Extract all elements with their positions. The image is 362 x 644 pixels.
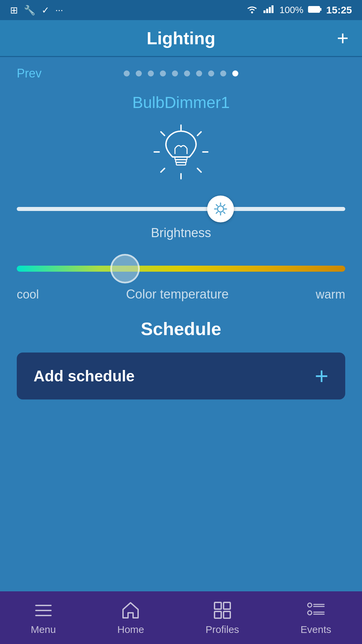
svg-line-12: [197, 168, 201, 172]
schedule-section-title: Schedule: [17, 318, 345, 339]
brightness-track[interactable]: [17, 207, 345, 211]
status-bar: ⊞ 🔧 ✓ ··· 100%: [0, 0, 362, 20]
svg-rect-4: [272, 5, 274, 13]
warm-label: warm: [316, 287, 345, 302]
brightness-section: Brightness: [17, 196, 345, 240]
svg-point-37: [308, 611, 312, 615]
brightness-label: Brightness: [17, 226, 345, 240]
nav-item-home[interactable]: Home: [117, 600, 144, 635]
pagination-row: Prev: [17, 57, 345, 80]
page-title: Lighting: [146, 28, 215, 48]
profiles-label: Profiles: [205, 624, 239, 635]
gallery-icon: ⊞: [10, 5, 18, 16]
svg-rect-32: [215, 611, 221, 618]
home-label: Home: [117, 624, 144, 635]
signal-icon: [263, 4, 275, 16]
events-icon: [306, 600, 326, 621]
svg-line-11: [161, 132, 165, 136]
svg-line-24: [223, 212, 225, 213]
device-name: BulbDimmer1: [17, 93, 345, 112]
bulb-icon-container: [17, 122, 345, 182]
battery-text: 100%: [280, 5, 304, 15]
check-icon: ✓: [42, 5, 49, 16]
svg-line-26: [216, 212, 218, 213]
dot-4[interactable]: [172, 70, 178, 76]
color-temp-slider-wrap[interactable]: [17, 254, 345, 284]
svg-rect-6: [320, 8, 321, 11]
brightness-slider-wrap[interactable]: [17, 196, 345, 222]
dot-7[interactable]: [208, 70, 214, 76]
sun-icon: [213, 202, 228, 216]
dot-8[interactable]: [220, 70, 226, 76]
color-thumb[interactable]: [110, 254, 140, 283]
svg-line-23: [216, 205, 218, 206]
dot-5[interactable]: [184, 70, 190, 76]
status-bar-right-info: 100% 15:25: [246, 4, 352, 16]
svg-point-18: [218, 206, 224, 212]
main-content: Prev BulbDimmer1: [0, 57, 362, 399]
clock: 15:25: [326, 4, 352, 16]
add-schedule-label: Add schedule: [34, 367, 135, 385]
nav-item-menu[interactable]: Menu: [31, 600, 56, 635]
battery-icon: [308, 5, 321, 15]
svg-rect-2: [266, 9, 268, 13]
events-label: Events: [301, 624, 331, 635]
svg-rect-5: [308, 6, 320, 12]
color-temp-label: Color temperature: [126, 287, 229, 302]
dot-9[interactable]: [232, 70, 238, 76]
color-temperature-section: cool Color temperature warm: [17, 254, 345, 302]
add-schedule-button[interactable]: Add schedule +: [17, 353, 345, 399]
settings-icon: 🔧: [24, 5, 36, 16]
profiles-icon: [212, 600, 232, 621]
nav-item-events[interactable]: Events: [301, 600, 331, 635]
add-schedule-plus-icon[interactable]: +: [315, 364, 328, 388]
prev-button[interactable]: Prev: [17, 66, 42, 80]
svg-rect-33: [224, 611, 230, 618]
header: Lighting +: [0, 20, 362, 57]
svg-rect-31: [224, 602, 230, 609]
dot-6[interactable]: [196, 70, 202, 76]
svg-point-0: [251, 11, 253, 13]
dot-3[interactable]: [160, 70, 166, 76]
svg-line-25: [223, 205, 225, 206]
color-temp-labels: cool Color temperature warm: [17, 287, 345, 302]
wifi-icon: [246, 4, 258, 16]
svg-rect-30: [215, 602, 221, 609]
menu-icon: [33, 600, 53, 621]
menu-label: Menu: [31, 624, 56, 635]
brightness-thumb[interactable]: [207, 196, 234, 222]
cool-label: cool: [17, 287, 39, 302]
dot-2[interactable]: [148, 70, 154, 76]
home-icon: [121, 600, 141, 621]
add-button[interactable]: +: [337, 28, 349, 48]
svg-rect-1: [263, 10, 265, 13]
status-bar-left-icons: ⊞ 🔧 ✓ ···: [10, 5, 63, 16]
bulb-icon: [151, 122, 211, 182]
more-icon: ···: [55, 5, 63, 15]
nav-item-profiles[interactable]: Profiles: [205, 600, 239, 635]
svg-line-14: [161, 168, 165, 172]
dot-0[interactable]: [124, 70, 130, 76]
svg-rect-3: [269, 7, 271, 13]
bottom-nav: Menu Home Profiles: [0, 591, 362, 644]
dot-1[interactable]: [136, 70, 142, 76]
color-track[interactable]: [17, 266, 345, 272]
svg-rect-17: [176, 162, 186, 165]
svg-line-13: [197, 132, 201, 136]
svg-point-34: [308, 603, 312, 607]
